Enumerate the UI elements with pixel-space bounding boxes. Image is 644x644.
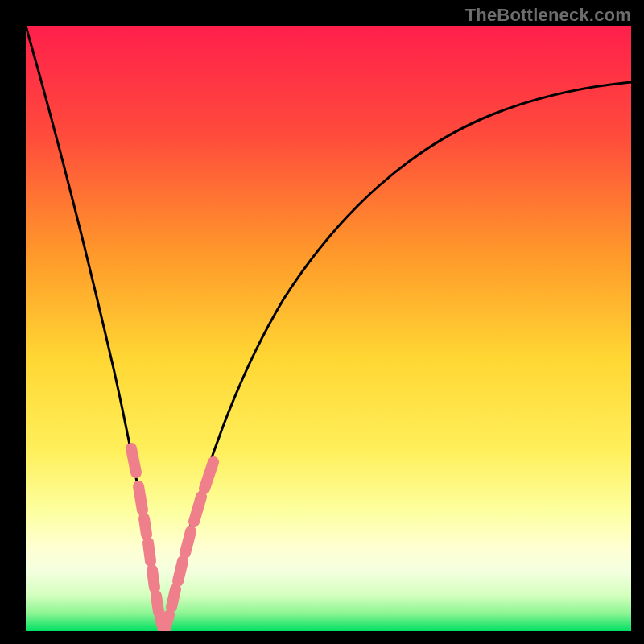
bottleneck-curve: [26, 26, 631, 631]
overlay-left: [131, 448, 163, 630]
plot-area: [26, 26, 631, 631]
overlay-right: [165, 462, 213, 630]
chart-frame: TheBottleneck.com: [0, 0, 644, 644]
curve-path: [26, 26, 631, 631]
watermark-text: TheBottleneck.com: [465, 5, 631, 26]
